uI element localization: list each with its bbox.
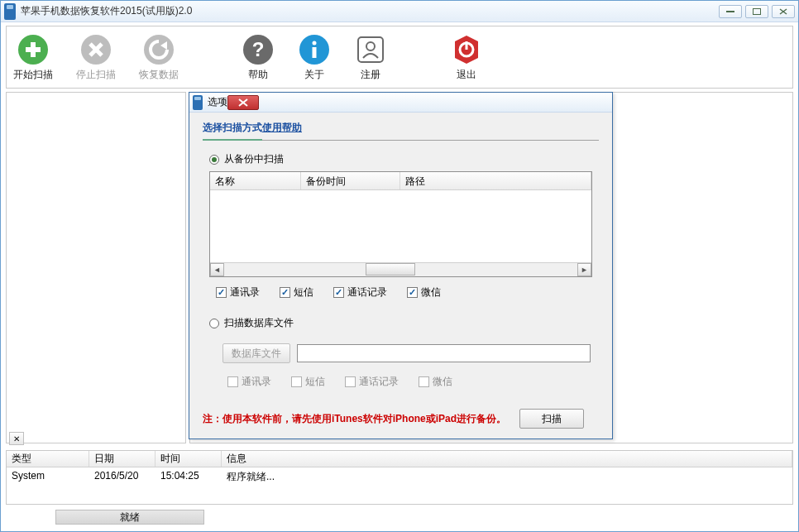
statusbar: 就绪 (6, 508, 793, 526)
refresh-icon (142, 33, 175, 66)
log-col-type[interactable]: 类型 (7, 451, 89, 467)
chk-wechat-2: 微信 (419, 375, 452, 389)
chk-wechat[interactable]: 微信 (407, 285, 441, 300)
svg-point-15 (313, 41, 317, 45)
dialog-close-button[interactable] (227, 95, 259, 110)
backup-table[interactable]: 名称 备份时间 路径 ◄ ► (209, 171, 592, 277)
exit-button[interactable]: 退出 (450, 33, 483, 82)
table-hscrollbar[interactable]: ◄ ► (210, 262, 591, 276)
scroll-right-icon[interactable]: ► (577, 263, 591, 276)
power-icon (450, 33, 483, 66)
help-link[interactable]: 使用帮助 (262, 121, 302, 135)
scroll-thumb[interactable] (366, 263, 415, 276)
checkbox-icon (333, 287, 344, 298)
chk-sms-2: 短信 (291, 375, 325, 389)
chk-sms[interactable]: 短信 (280, 285, 313, 300)
chk-contacts[interactable]: 通讯录 (216, 285, 260, 300)
checkbox-icon (291, 376, 302, 387)
chk-calllog[interactable]: 通话记录 (333, 285, 387, 300)
svg-line-2 (780, 9, 787, 14)
help-button[interactable]: ? 帮助 (242, 33, 275, 82)
svg-rect-21 (466, 41, 468, 50)
toolbar: 开始扫描 停止扫描 恢复数据 ? 帮助 关于 (6, 26, 793, 89)
dialog-app-icon (193, 95, 203, 110)
radio-scan-backup[interactable]: 从备份中扫描 (209, 152, 599, 166)
recover-data-button: 恢复数据 (139, 33, 179, 82)
maximize-button[interactable] (745, 5, 768, 18)
svg-line-3 (780, 9, 787, 14)
dialog-title: 选项 (208, 95, 227, 109)
checkbox-icon (280, 287, 290, 298)
close-button[interactable] (772, 5, 795, 18)
about-button[interactable]: 关于 (298, 33, 331, 82)
scan-button[interactable]: 扫描 (519, 409, 584, 429)
chk-calllog-2: 通话记录 (345, 375, 399, 389)
log-col-date[interactable]: 日期 (89, 451, 155, 467)
stop-scan-button: 停止扫描 (76, 33, 116, 82)
titlebar: 苹果手机数据恢复软件2015(试用版)2.0 (1, 1, 798, 22)
options-dialog: 选项 选择扫描方式 使用帮助 从备份中扫描 名称 备份时间 路径 ◄ ► (189, 92, 613, 439)
status-text: 就绪 (55, 510, 204, 525)
user-icon (354, 33, 387, 66)
svg-rect-16 (313, 47, 317, 58)
log-col-time[interactable]: 时间 (155, 451, 222, 467)
log-panel: 类型 日期 时间 信息 System 2016/5/20 15:04:25 程序… (6, 450, 793, 505)
dbfile-button: 数据库文件 (222, 343, 290, 363)
svg-point-10 (144, 35, 174, 65)
checkbox-icon (419, 376, 429, 387)
app-icon (4, 3, 16, 20)
stop-icon (79, 33, 112, 66)
start-scan-button[interactable]: 开始扫描 (13, 33, 53, 82)
checkbox-icon (407, 287, 418, 298)
register-button[interactable]: 注册 (354, 33, 387, 82)
checkbox-icon (227, 376, 238, 387)
window-title: 苹果手机数据恢复软件2015(试用版)2.0 (21, 4, 192, 18)
tab-scan-method[interactable]: 选择扫描方式 (203, 121, 262, 141)
col-backup-time[interactable]: 备份时间 (301, 172, 400, 189)
radio-scan-dbfile[interactable]: 扫描数据库文件 (209, 316, 599, 330)
dialog-titlebar: 选项 (189, 93, 612, 113)
radio-icon (209, 155, 219, 165)
col-name[interactable]: 名称 (210, 172, 301, 189)
play-plus-icon (17, 33, 50, 66)
radio-icon (209, 319, 219, 328)
log-header: 类型 日期 时间 信息 (7, 451, 792, 467)
left-panel (6, 92, 186, 443)
scroll-left-icon[interactable]: ◄ (210, 263, 224, 276)
col-path[interactable]: 路径 (400, 172, 591, 189)
svg-point-18 (366, 42, 375, 50)
checkbox-icon (345, 376, 356, 387)
log-row[interactable]: System 2016/5/20 15:04:25 程序就绪... (7, 467, 792, 504)
chk-contacts-2: 通讯录 (227, 375, 271, 389)
minimize-button[interactable] (719, 5, 742, 18)
warning-note: 注：使用本软件前，请先使用iTunes软件对iPhone或iPad进行备份。 (203, 412, 506, 426)
log-col-info[interactable]: 信息 (222, 451, 792, 467)
log-close-button[interactable]: ✕ (9, 432, 24, 445)
dialog-tabs: 选择扫描方式 使用帮助 (203, 121, 599, 141)
svg-text:?: ? (252, 38, 265, 60)
help-icon: ? (242, 33, 275, 66)
svg-rect-6 (26, 47, 41, 52)
dbfile-path-input (297, 344, 591, 362)
checkbox-icon (216, 287, 227, 298)
svg-rect-1 (754, 8, 761, 14)
svg-rect-0 (726, 11, 734, 12)
info-icon (298, 33, 331, 66)
